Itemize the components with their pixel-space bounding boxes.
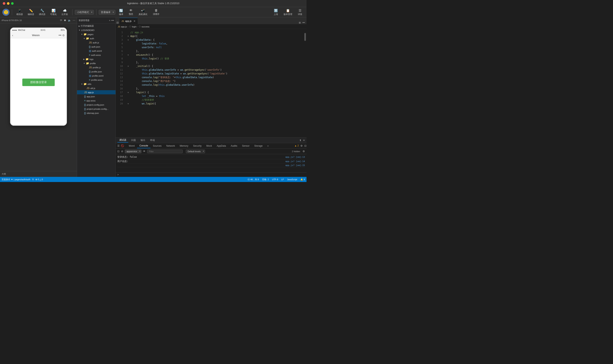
folder-pages[interactable]: ▼ 📁 pages [77,32,116,36]
panel-close-icon[interactable]: ✕ [303,139,305,142]
compile-select-wrapper[interactable]: 普通编译 [99,10,115,15]
visualize-btn[interactable]: 📊 可视化 [48,8,59,17]
warning-count-badge[interactable]: ▲ 2 [294,144,299,147]
file-auth-wxss[interactable]: ≡ auth.wxss [77,53,116,57]
status-eol[interactable]: LF [281,178,284,181]
wechat-login-button[interactable]: 授权微信登录 [22,78,55,86]
file-profile-json[interactable]: {} profile.json [77,69,116,74]
sim-record-icon[interactable]: ⏺ [64,19,66,22]
tab-sensor[interactable]: Sensor [240,144,252,148]
mode-select[interactable]: 小程序模式 [75,10,94,15]
folder-profile[interactable]: ▼ 📁 profile [77,61,116,65]
tab-memory[interactable]: Memory [177,144,191,148]
split-view-icon[interactable]: ⊟ [116,21,120,24]
console-input-line[interactable]: > [116,172,306,177]
console-input[interactable] [120,173,305,176]
editor-scrollbar-thumb[interactable] [304,33,306,41]
preview-btn[interactable]: 👁 预览 [127,8,135,16]
status-copy-icon[interactable]: ⎘ [32,178,34,181]
status-line-col[interactable]: 行 46，列 8 [248,178,259,181]
real-debug-btn[interactable]: 📲 真机调试 [137,8,149,17]
folder-utils[interactable]: ▼ 📁 utils [77,82,116,86]
console-inspect-icon[interactable]: ⊡ [117,150,120,153]
tab-appdata[interactable]: AppData [214,144,228,148]
add-file-icon[interactable]: + [109,19,111,22]
panel-expand-icon[interactable]: ⬆ [299,139,301,142]
phone-menu-icon[interactable]: ••• [59,34,61,37]
simulator-btn[interactable]: 📱 模拟器 [14,8,25,17]
tab-issues[interactable]: 问题 [129,138,138,142]
editor-split-icon[interactable]: ⊞ [299,21,301,24]
folder-auth[interactable]: ▼ 📁 auth [77,36,116,40]
status-path[interactable]: 页面路径 ▼ | pages/auth/auth ⎘ [1,178,34,181]
file-app-wxss[interactable]: ≡ app.wxss [77,99,116,103]
status-spaces[interactable]: 空格: 2 [262,178,269,181]
tab-terminal[interactable]: 终端 [148,138,157,142]
file-auth-json[interactable]: {} auth.json [77,45,116,49]
tab-debugger[interactable]: 调试器 [117,138,128,143]
tab-sources[interactable]: Sources [150,144,164,148]
tab-storage[interactable]: Storage [252,144,265,148]
details-btn[interactable]: ☰ 详情 [296,8,304,17]
tab-audits[interactable]: Audits [228,144,240,148]
status-errors[interactable]: ⊗ 0 △ 0 [35,178,43,181]
file-project-private[interactable]: {} project.private.config... [77,107,116,111]
tab-wxml[interactable]: Wxml [126,144,137,148]
tab-close-icon[interactable]: ✕ [133,20,135,23]
clear-cache-btn[interactable]: 🗑 清缓存 [151,8,161,16]
console-eye-icon[interactable]: 👁 [143,150,146,153]
tab-console[interactable]: Console [137,143,150,148]
folder-logs[interactable]: ▶ 📁 logs [77,57,116,61]
file-profile-wxss[interactable]: ≡ profile.wxss [77,78,116,82]
avatar[interactable]: 🙂 [2,9,10,16]
tab-app-js[interactable]: JS app.js ✕ [120,18,138,24]
console-sidebar-icon[interactable]: ☰ [117,144,120,147]
console-gear-icon[interactable]: ⚙ [303,150,305,153]
close-button[interactable] [3,2,5,5]
open-editors-section[interactable]: ▶ 打开的编辑器 [77,24,116,28]
editor-more-icon[interactable]: ••• [302,21,305,24]
window-controls[interactable] [3,2,14,5]
file-sitemap[interactable]: {} sitemap.json [77,111,116,115]
code-editor[interactable]: // app.js ▼ App({ ▼ globalData: { loginS… [124,29,304,137]
file-project-config[interactable]: {} project.config.json [77,103,116,107]
tab-network[interactable]: Network [164,144,177,148]
devtools-settings-icon[interactable]: ⚙ [300,144,303,147]
console-ref-2[interactable]: app.js? [sm]:14 [285,160,305,163]
editor-scrollbar[interactable] [304,29,306,137]
service-select[interactable]: appservice [125,150,141,153]
sim-sound-icon[interactable]: 🔈 [68,19,71,22]
sim-rotate-icon[interactable]: ⟳ [60,19,62,22]
status-encoding[interactable]: UTF-8 [272,178,278,181]
project-root-section[interactable]: ▼ LOGINDEMO [77,28,116,32]
file-app-json[interactable]: {} app.json [77,94,116,99]
mode-select-wrapper[interactable]: 小程序模式 [75,10,94,15]
sim-more-icon[interactable]: ⋯ [73,19,75,22]
file-app-js[interactable]: JS app.js [77,90,116,94]
status-bell[interactable]: 🔔 9 [300,178,305,181]
version-btn[interactable]: 📋 版本管理 [282,8,294,17]
editor-btn[interactable]: ✏️ 编辑器 [26,8,36,17]
status-lang[interactable]: JavaScript [287,178,297,181]
console-ref-3[interactable]: app.js? [sm]:15 [285,164,305,167]
tab-more[interactable]: » [265,144,271,148]
compile-btn[interactable]: 🔄 编译 [117,8,125,17]
file-profile-wxml[interactable]: ▤ profile.wxml [77,74,116,78]
console-ref-1[interactable]: app.js? [sm]:13 [285,156,305,158]
phone-home-icon[interactable]: ⊙ [62,34,65,37]
file-util-js[interactable]: JS util.js [77,86,116,90]
tab-security[interactable]: Security [191,144,204,148]
file-auth-js[interactable]: JS auth.js [77,40,116,45]
more-icon[interactable]: ••• [111,19,114,22]
phone-back-btn[interactable]: ‹ [12,34,13,37]
console-filter-input[interactable] [147,150,183,153]
console-block-icon[interactable]: ⊘ [121,150,123,153]
breadcrumb-file[interactable]: app.js [121,26,127,28]
file-profile-js[interactable]: JS profile.js [77,65,116,69]
tab-output[interactable]: 输出 [139,138,147,142]
minimize-button[interactable] [7,2,10,5]
breadcrumb-login[interactable]: login [132,26,136,28]
tab-mock[interactable]: Mock [204,144,214,148]
maximize-button[interactable] [11,2,14,5]
devtools-dock-icon[interactable]: ⊡ [304,144,306,147]
